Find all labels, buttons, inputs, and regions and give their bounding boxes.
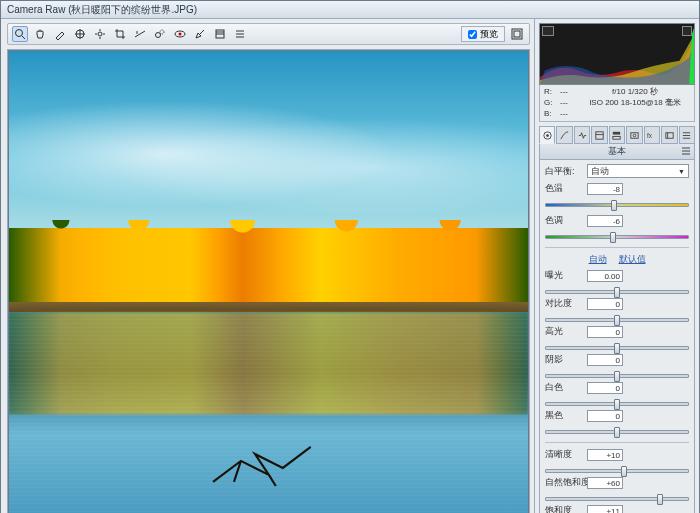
- top-toolbar: 预览: [7, 23, 530, 45]
- preview-checkbox[interactable]: [468, 30, 477, 39]
- saturation-label: 饱和度: [545, 505, 583, 513]
- blacks-thumb[interactable]: [614, 427, 620, 438]
- blacks-slider[interactable]: [545, 430, 689, 434]
- r-value: ---: [560, 87, 580, 98]
- temp-thumb[interactable]: [611, 200, 617, 211]
- shadows-label: 阴影: [545, 354, 583, 366]
- vibrance-thumb[interactable]: [657, 494, 663, 505]
- temp-label: 色温: [545, 183, 583, 195]
- shadows-value[interactable]: 0: [587, 354, 623, 366]
- wb-select[interactable]: 自动▼: [587, 164, 689, 178]
- whites-slider[interactable]: [545, 402, 689, 406]
- image-canvas[interactable]: [7, 49, 530, 513]
- main-area: 预览 − + 20.1% ▼: [1, 19, 699, 513]
- svg-point-11: [179, 33, 182, 36]
- tab-lens[interactable]: [626, 126, 642, 144]
- svg-point-0: [16, 30, 23, 37]
- preview-toggle[interactable]: 预览: [461, 26, 505, 42]
- tab-calib[interactable]: [661, 126, 677, 144]
- svg-rect-26: [613, 136, 620, 139]
- r-label: R:: [544, 87, 560, 98]
- straighten-tool[interactable]: [132, 26, 148, 42]
- svg-point-9: [160, 30, 164, 34]
- clarity-slider[interactable]: [545, 469, 689, 473]
- highlights-label: 高光: [545, 326, 583, 338]
- whites-value[interactable]: 0: [587, 382, 623, 394]
- tint-row: 色调 -6: [545, 215, 689, 227]
- graduated-filter-tool[interactable]: [212, 26, 228, 42]
- zoom-tool[interactable]: [12, 26, 28, 42]
- basic-panel: 白平衡: 自动▼ 色温 -8 色调 -6 自动 默认值: [539, 160, 695, 513]
- blacks-value[interactable]: 0: [587, 410, 623, 422]
- clarity-thumb[interactable]: [621, 466, 627, 477]
- adjustment-tabs: fx: [539, 126, 695, 144]
- auto-link[interactable]: 自动: [589, 254, 607, 266]
- tint-slider[interactable]: [545, 235, 689, 239]
- svg-rect-27: [631, 133, 638, 139]
- shadows-slider[interactable]: [545, 374, 689, 378]
- tab-curve[interactable]: [556, 126, 572, 144]
- exposure-slider[interactable]: [545, 290, 689, 294]
- window-title: Camera Raw (秋日暖阳下的缤纷世界.JPG): [7, 3, 197, 17]
- svg-text:fx: fx: [647, 132, 653, 139]
- contrast-label: 对比度: [545, 298, 583, 310]
- panel-title: 基本: [539, 144, 695, 160]
- contrast-value[interactable]: 0: [587, 298, 623, 310]
- clarity-value[interactable]: +10: [587, 449, 623, 461]
- default-link[interactable]: 默认值: [619, 254, 646, 266]
- whites-thumb[interactable]: [614, 399, 620, 410]
- highlights-value[interactable]: 0: [587, 326, 623, 338]
- vibrance-label: 自然饱和度: [545, 477, 583, 489]
- white-balance-tool[interactable]: [52, 26, 68, 42]
- svg-line-1: [22, 36, 25, 39]
- adjustment-brush-tool[interactable]: [192, 26, 208, 42]
- shadow-clip-warning[interactable]: [542, 26, 554, 36]
- tint-thumb[interactable]: [610, 232, 616, 243]
- histogram[interactable]: [539, 23, 695, 85]
- svg-rect-25: [613, 132, 620, 135]
- camera-raw-window: Camera Raw (秋日暖阳下的缤纷世界.JPG) 预览: [0, 0, 700, 513]
- panel-menu-icon[interactable]: [681, 146, 691, 156]
- exposure-thumb[interactable]: [614, 287, 620, 298]
- tab-hsl[interactable]: [591, 126, 607, 144]
- hand-tool[interactable]: [32, 26, 48, 42]
- temp-row: 色温 -8: [545, 183, 689, 195]
- b-label: B:: [544, 109, 560, 120]
- svg-line-12: [200, 30, 204, 34]
- exif-line1: f/10 1/320 秒: [580, 87, 690, 98]
- contrast-slider[interactable]: [545, 318, 689, 322]
- svg-point-22: [546, 134, 549, 137]
- exif-line2: ISO 200 18-105@18 毫米: [580, 98, 690, 109]
- blacks-label: 黑色: [545, 410, 583, 422]
- highlights-thumb[interactable]: [614, 343, 620, 354]
- tab-presets[interactable]: [679, 126, 695, 144]
- temp-value[interactable]: -8: [587, 183, 623, 195]
- tab-detail[interactable]: [574, 126, 590, 144]
- tab-basic[interactable]: [539, 126, 555, 144]
- red-eye-tool[interactable]: [172, 26, 188, 42]
- tab-split[interactable]: [609, 126, 625, 144]
- exposure-value[interactable]: 0.00: [587, 270, 623, 282]
- prefs-tool[interactable]: [232, 26, 248, 42]
- titlebar: Camera Raw (秋日暖阳下的缤纷世界.JPG): [1, 1, 699, 19]
- color-sampler-tool[interactable]: [72, 26, 88, 42]
- saturation-value[interactable]: +11: [587, 505, 623, 513]
- highlight-clip-warning[interactable]: [682, 26, 692, 36]
- left-pane: 预览 − + 20.1% ▼: [1, 19, 534, 513]
- vibrance-slider[interactable]: [545, 497, 689, 501]
- highlights-slider[interactable]: [545, 346, 689, 350]
- tab-fx[interactable]: fx: [644, 126, 660, 144]
- wb-label: 白平衡:: [545, 165, 583, 178]
- temp-slider[interactable]: [545, 203, 689, 207]
- fullscreen-toggle[interactable]: [509, 26, 525, 42]
- svg-rect-23: [596, 132, 603, 139]
- shadows-thumb[interactable]: [614, 371, 620, 382]
- crop-tool[interactable]: [112, 26, 128, 42]
- vibrance-value[interactable]: +60: [587, 477, 623, 489]
- contrast-thumb[interactable]: [614, 315, 620, 326]
- tint-value[interactable]: -6: [587, 215, 623, 227]
- spot-removal-tool[interactable]: [152, 26, 168, 42]
- right-panel: R: G: B: --- --- --- f/10 1/320 秒 ISO 20…: [534, 19, 699, 513]
- svg-point-8: [156, 33, 161, 38]
- targeted-adjust-tool[interactable]: [92, 26, 108, 42]
